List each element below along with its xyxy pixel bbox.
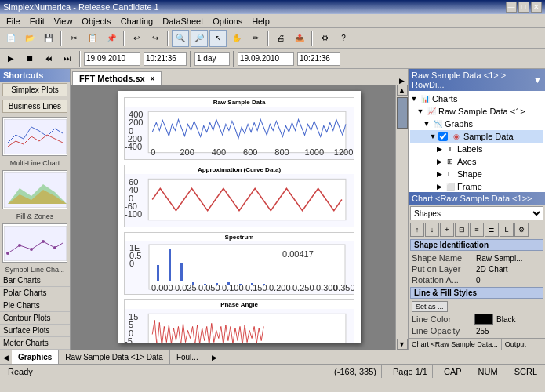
menu-objects[interactable]: Objects: [77, 15, 115, 27]
meter-charts-item[interactable]: Meter Charts: [0, 337, 70, 350]
tab-close-icon[interactable]: ×: [151, 74, 155, 83]
output-tab[interactable]: Output: [502, 339, 529, 350]
props-line-color-row: Line Color Black: [410, 313, 543, 325]
tab-fft-methods[interactable]: FFT Methods.sx ×: [72, 71, 162, 85]
line-color-swatch[interactable]: [474, 314, 493, 325]
select-button[interactable]: ↖: [209, 30, 227, 47]
minimize-button[interactable]: —: [506, 2, 517, 13]
polar-charts-item[interactable]: Polar Charts: [0, 287, 70, 299]
tree-charts[interactable]: ▼ 📊 Charts: [410, 93, 543, 105]
props-btn-4[interactable]: ⊟: [455, 223, 469, 237]
date-to-input[interactable]: 19.09.2010: [238, 52, 294, 66]
zoom-out-button[interactable]: 🔎: [191, 30, 208, 47]
bottom-tab-graphics[interactable]: Graphics: [12, 350, 59, 364]
move-button[interactable]: ✋: [228, 30, 245, 47]
prev-button[interactable]: ⏮: [40, 50, 57, 67]
tree-graphs[interactable]: ▼ 📉 Graphs: [410, 118, 543, 130]
expand-axes-icon[interactable]: ▶: [435, 158, 443, 165]
tree-axes[interactable]: ▶ ⊞ Axes: [410, 155, 543, 168]
menu-view[interactable]: View: [49, 15, 78, 27]
pie-charts-item[interactable]: Pie Charts: [0, 299, 70, 312]
fill-zones-chart-thumb[interactable]: [2, 170, 67, 209]
save-button[interactable]: 💾: [40, 30, 57, 47]
play-button[interactable]: ▶: [2, 50, 20, 67]
svg-text:-5: -5: [125, 336, 133, 343]
shortcuts-header: Shortcuts: [0, 69, 70, 82]
copy-button[interactable]: 📋: [84, 30, 101, 47]
scroll-down-button[interactable]: ▼: [397, 339, 408, 350]
tab-scroll-right[interactable]: ▶: [399, 77, 405, 85]
props-btn-3[interactable]: +: [440, 223, 454, 237]
title-bar-controls[interactable]: — □ ✕: [506, 2, 542, 13]
tree-frame[interactable]: ▶ ⬜ Frame: [410, 180, 543, 192]
right-panel-expand-icon[interactable]: ▼: [533, 75, 542, 85]
tree-labels[interactable]: ▶ T Labels: [410, 143, 543, 155]
cut-button[interactable]: ✂: [65, 30, 82, 47]
help-toolbar-button[interactable]: ?: [335, 30, 352, 47]
menu-edit[interactable]: Edit: [25, 15, 49, 27]
expand-graphs-icon[interactable]: ▼: [423, 120, 431, 128]
next-button[interactable]: ⏭: [59, 50, 76, 67]
tree-shape[interactable]: ▶ □ Shape: [410, 168, 543, 180]
props-btn-5[interactable]: ≡: [470, 223, 484, 237]
bottom-nav-left[interactable]: ◀: [0, 354, 12, 361]
stop-button[interactable]: ⏹: [21, 50, 38, 67]
symbol-chart-svg: [4, 226, 67, 261]
expand-charts-icon[interactable]: ▼: [410, 95, 418, 103]
draw-button[interactable]: ✏: [247, 30, 264, 47]
sample-data-checkbox[interactable]: [438, 132, 448, 141]
scroll-up-button[interactable]: ▲: [397, 85, 408, 96]
expand-shape-icon[interactable]: ▶: [435, 170, 443, 178]
chart-output-tab[interactable]: Chart <Raw Sample Data...: [409, 339, 502, 350]
expand-sample-icon[interactable]: ▼: [429, 132, 437, 140]
zoom-in-button[interactable]: 🔍: [172, 30, 189, 47]
simplex-plots-button[interactable]: Simplex Plots: [2, 83, 67, 96]
redo-button[interactable]: ↪: [147, 30, 164, 47]
time-to-input[interactable]: 10:21:36: [297, 52, 340, 66]
bottom-nav-right[interactable]: ▶: [209, 354, 220, 361]
bar-charts-item[interactable]: Bar Charts: [0, 274, 70, 287]
maximize-button[interactable]: □: [518, 2, 529, 13]
props-btn-7[interactable]: L: [500, 223, 514, 237]
date-from-input[interactable]: 19.09.2010: [84, 52, 140, 66]
export-button[interactable]: 📤: [291, 30, 308, 47]
menu-help[interactable]: Help: [247, 15, 274, 27]
set-as-button[interactable]: Set as ...: [412, 301, 448, 312]
props-btn-8[interactable]: ⚙: [514, 223, 529, 237]
doc-scrollbar[interactable]: ▲ ▼: [395, 85, 408, 350]
surface-plots-item[interactable]: Surface Plots: [0, 325, 70, 337]
time-from-input[interactable]: 10:21:36: [144, 52, 187, 66]
menu-file[interactable]: File: [2, 15, 25, 27]
tree-raw-sample[interactable]: ▼ 📈 Raw Sample Data <1>: [410, 105, 543, 118]
menu-options[interactable]: Options: [208, 15, 247, 27]
props-btn-6[interactable]: ≣: [485, 223, 499, 237]
expand-labels-icon[interactable]: ▶: [435, 145, 443, 153]
expand-raw-icon[interactable]: ▼: [416, 107, 424, 115]
open-button[interactable]: 📂: [21, 30, 38, 47]
new-button[interactable]: 📄: [2, 30, 20, 47]
settings-button[interactable]: ⚙: [316, 30, 333, 47]
scroll-thumb[interactable]: [397, 97, 408, 129]
close-button[interactable]: ✕: [531, 2, 542, 13]
undo-button[interactable]: ↩: [128, 30, 145, 47]
symbol-line-chart-thumb[interactable]: [2, 223, 67, 263]
expand-frame-icon[interactable]: ▶: [435, 183, 443, 191]
charts-icon: 📊: [420, 93, 431, 104]
print-button[interactable]: 🖨: [272, 30, 289, 47]
props-set-as-row: Set as ...: [410, 300, 543, 313]
menu-datasheet[interactable]: DataSheet: [158, 15, 208, 27]
menu-charting[interactable]: Charting: [116, 15, 158, 27]
shape-icon: □: [445, 169, 456, 180]
props-btn-2[interactable]: ↓: [425, 223, 439, 237]
contour-plots-item[interactable]: Contour Plots: [0, 312, 70, 325]
bottom-tab-data[interactable]: Raw Sample Data <1> Data: [59, 350, 170, 364]
interval-input[interactable]: 1 day: [194, 52, 230, 66]
multiline-chart-thumb[interactable]: [2, 117, 67, 156]
bottom-tab-fourier[interactable]: Foul...: [170, 350, 205, 364]
props-line-opacity-value: 255: [474, 327, 542, 336]
paste-button[interactable]: 📌: [103, 30, 120, 47]
props-dropdown[interactable]: Shapes: [410, 206, 543, 220]
tree-sample-data[interactable]: ▼ ◉ Sample Data: [410, 130, 543, 143]
props-btn-1[interactable]: ↑: [410, 223, 424, 237]
business-lines-button[interactable]: Business Lines: [2, 100, 67, 113]
